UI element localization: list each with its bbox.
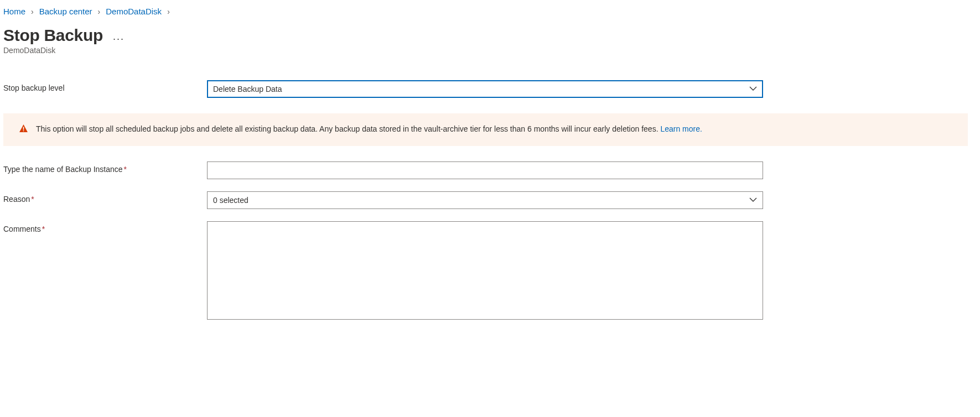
breadcrumb-backup-center[interactable]: Backup center bbox=[39, 7, 92, 16]
backup-instance-name-label: Type the name of Backup Instance* bbox=[3, 161, 207, 174]
learn-more-link[interactable]: Learn more. bbox=[660, 124, 702, 133]
chevron-right-icon: › bbox=[31, 7, 34, 16]
backup-instance-name-input[interactable] bbox=[207, 161, 763, 179]
breadcrumb-demodatadisk[interactable]: DemoDataDisk bbox=[106, 7, 162, 16]
required-marker: * bbox=[42, 225, 45, 233]
warning-icon bbox=[19, 124, 28, 136]
stop-backup-level-dropdown[interactable]: Delete Backup Data bbox=[207, 80, 763, 98]
reason-dropdown[interactable]: 0 selected bbox=[207, 191, 763, 209]
chevron-right-icon: › bbox=[98, 7, 101, 16]
page-title: Stop Backup bbox=[3, 26, 103, 45]
reason-label: Reason* bbox=[3, 191, 207, 204]
page-subtitle: DemoDataDisk bbox=[3, 46, 968, 55]
more-actions-button[interactable]: ... bbox=[113, 31, 125, 43]
stop-backup-level-label: Stop backup level bbox=[3, 80, 207, 92]
comments-label: Comments* bbox=[3, 221, 207, 233]
breadcrumb-home[interactable]: Home bbox=[3, 7, 25, 16]
stop-backup-level-value: Delete Backup Data bbox=[213, 85, 282, 93]
warning-text: This option will stop all scheduled back… bbox=[36, 124, 658, 133]
required-marker: * bbox=[31, 195, 34, 204]
breadcrumb: Home › Backup center › DemoDataDisk › bbox=[3, 2, 968, 23]
required-marker: * bbox=[124, 165, 127, 174]
chevron-right-icon: › bbox=[167, 7, 170, 16]
chevron-down-icon bbox=[749, 196, 757, 205]
svg-rect-1 bbox=[23, 131, 24, 132]
comments-textarea[interactable] bbox=[207, 221, 763, 320]
chevron-down-icon bbox=[749, 85, 757, 94]
reason-value: 0 selected bbox=[213, 196, 248, 205]
svg-rect-0 bbox=[23, 127, 24, 129]
warning-banner: This option will stop all scheduled back… bbox=[3, 113, 968, 146]
